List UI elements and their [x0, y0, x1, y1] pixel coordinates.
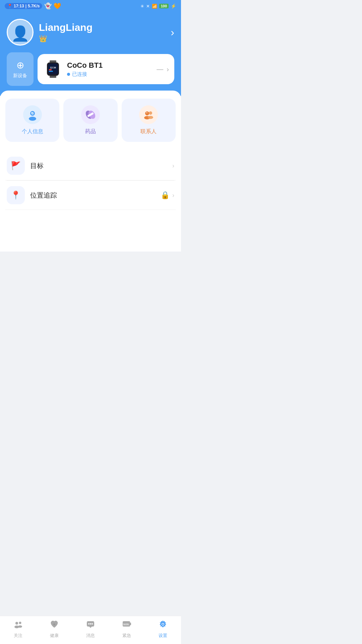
battery-indicator: 100 — [159, 4, 169, 8]
goal-label: 目标 — [30, 161, 172, 170]
wifi-icon: 📶 — [152, 4, 157, 9]
feature-personal-info[interactable]: 个人信息 — [5, 99, 59, 142]
device-status-text: 已连接 — [72, 71, 87, 77]
location-row-right: 🔒 › — [161, 191, 174, 200]
profile-row: 👤 LiangLiang 👑 › — [7, 19, 174, 46]
status-dot — [67, 73, 70, 76]
bluetooth-icon: ✳ — [140, 4, 144, 9]
watch-icon: 12:34 — [44, 60, 62, 78]
device-row: ⊕ 新设备 12:34 CoCo BT1 — [7, 52, 174, 86]
avatar[interactable]: 👤 — [7, 19, 34, 46]
lock-icon: 🔒 — [161, 191, 170, 200]
status-speed: 5.7K/s — [28, 4, 40, 8]
profile-chevron[interactable]: › — [171, 26, 174, 39]
svg-point-17 — [149, 111, 152, 115]
feature-medicine-label: 药品 — [85, 128, 96, 135]
close-icon: ✕ — [146, 4, 150, 9]
status-left: 📍 17:13 | 5.7K/s 👻 🧡 — [5, 2, 61, 10]
svg-point-9 — [29, 117, 36, 121]
status-bar: 📍 17:13 | 5.7K/s 👻 🧡 ✳ ✕ 📶 100 ⚡ — [0, 0, 181, 12]
svg-rect-6 — [49, 69, 52, 70]
new-device-label: 新设备 — [13, 73, 27, 79]
device-name: CoCo BT1 — [67, 61, 153, 70]
device-chevron: › — [167, 65, 169, 73]
feature-contacts-label: 联系人 — [140, 128, 157, 135]
svg-text:12:34: 12:34 — [50, 66, 56, 69]
svg-point-11 — [31, 112, 33, 113]
list-row-location[interactable]: 📍 位置追踪 🔒 › — [5, 181, 176, 210]
header-section: 👤 LiangLiang 👑 › ⊕ 新设备 12 — [0, 12, 181, 96]
device-info: CoCo BT1 已连接 — [67, 61, 153, 77]
svg-rect-0 — [50, 60, 56, 62]
crown-icon: 👑 — [39, 35, 93, 43]
new-device-button[interactable]: ⊕ 新设备 — [7, 52, 34, 86]
status-time: 17:13 — [14, 4, 24, 8]
username: LiangLiang — [39, 22, 93, 33]
device-card-right: — › — [157, 65, 169, 73]
charging-icon: ⚡ — [171, 3, 176, 9]
feature-contacts[interactable]: 联系人 — [122, 99, 176, 142]
contacts-icon-bg — [139, 105, 158, 124]
profile-left: 👤 LiangLiang 👑 — [7, 19, 93, 46]
device-card[interactable]: 12:34 CoCo BT1 已连接 — › — [38, 54, 174, 84]
device-status: 已连接 — [67, 71, 153, 77]
svg-rect-7 — [49, 71, 53, 72]
feature-grid: 个人信息 药品 — [5, 99, 176, 142]
status-time-pill: 📍 17:13 | 5.7K/s — [5, 3, 42, 9]
goal-chevron: › — [172, 162, 174, 169]
profile-info: LiangLiang 👑 — [39, 22, 93, 43]
contacts-icon — [142, 109, 155, 121]
status-icons-right: ✳ ✕ 📶 100 ⚡ — [140, 3, 176, 9]
feature-personal-info-label: 个人信息 — [22, 128, 43, 135]
location-icon-box: 📍 — [7, 186, 25, 204]
medicine-icon-bg — [81, 105, 100, 124]
location-chevron: › — [172, 192, 174, 199]
medicine-icon — [84, 109, 97, 121]
flag-icon: 🚩 — [11, 161, 21, 170]
location-pin-icon: 📍 — [11, 191, 21, 200]
feature-medicine[interactable]: 药品 — [63, 99, 117, 142]
location-icon: 📍 — [7, 4, 12, 8]
main-content: 个人信息 药品 — [0, 91, 181, 252]
svg-point-18 — [148, 116, 153, 119]
personal-info-icon — [26, 109, 39, 121]
svg-rect-1 — [50, 76, 56, 78]
avatar-icon: 👤 — [11, 26, 29, 41]
device-watch-image: 12:34 — [43, 59, 63, 79]
list-row-goal[interactable]: 🚩 目标 › — [5, 151, 176, 180]
goal-row-right: › — [172, 162, 174, 169]
personal-info-icon-bg — [23, 105, 42, 124]
svg-point-15 — [145, 111, 149, 115]
ghost-icon: 👻 — [44, 2, 52, 10]
svg-rect-4 — [48, 64, 58, 74]
heart-icon: 🧡 — [54, 2, 61, 10]
goal-icon-box: 🚩 — [7, 157, 25, 175]
status-separator: | — [25, 4, 26, 8]
device-dash: — — [157, 65, 163, 73]
location-label: 位置追踪 — [30, 191, 161, 200]
svg-point-19 — [146, 112, 147, 113]
add-device-icon: ⊕ — [16, 60, 24, 71]
